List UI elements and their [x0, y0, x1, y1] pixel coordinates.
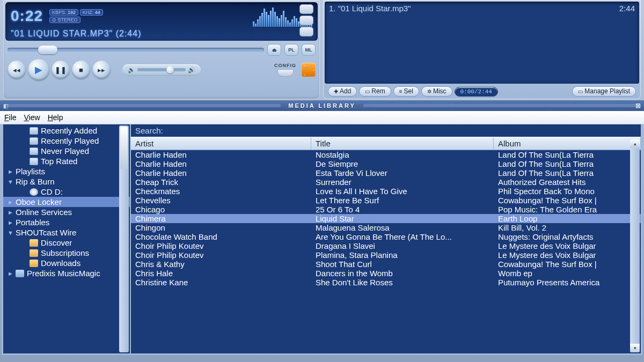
table-row[interactable]: ChingonMalaguena SalerosaKill Bill, Vol.… — [131, 223, 641, 232]
next-button[interactable]: ▸▸ — [92, 61, 111, 79]
track-panel: Search: Artist Title Album Charlie Haden… — [131, 124, 641, 353]
tree-node[interactable]: Discover — [3, 238, 130, 248]
menubar: File View Help — [0, 111, 644, 124]
table-row[interactable]: CheckmatesLove Is All I Have To GivePhil… — [131, 187, 641, 196]
previous-button[interactable]: ◂◂ — [8, 61, 26, 79]
table-row[interactable]: Chris & KathyShoot That CurlCowabunga! T… — [131, 260, 641, 269]
play-button[interactable]: ▶ — [28, 59, 49, 80]
eject-button[interactable]: ⏏ — [267, 44, 281, 56]
side-btn-2[interactable] — [299, 16, 313, 25]
cell-title: Dancers in the Womb — [311, 269, 494, 278]
tree-node[interactable]: Recently Added — [3, 125, 130, 136]
select-button[interactable]: ≡Sel — [393, 86, 419, 97]
winamp-logo-icon[interactable] — [302, 63, 316, 77]
list-scrollbar[interactable]: ▴ ▾ — [630, 139, 640, 352]
side-btn-3[interactable] — [299, 27, 313, 36]
table-row[interactable]: Choir Philip KoutevDragana I SlaveiLe My… — [131, 241, 641, 250]
playlist-toggle-button[interactable]: PL — [284, 44, 298, 56]
table-row[interactable]: Choir Philip KoutevPlamina, Stara Planin… — [131, 250, 641, 260]
misc-button[interactable]: ✲Misc — [421, 86, 452, 97]
track-table-body: Charlie HadenNostalgiaLand Of The Sun(La… — [131, 150, 641, 353]
tree-node[interactable]: ▼SHOUTcast Wire — [3, 227, 130, 238]
tree-node[interactable]: ►Oboe Locker — [3, 197, 130, 207]
close-icon[interactable]: ⊠ — [635, 102, 641, 109]
cell-artist: Chicago — [131, 205, 311, 214]
cell-album: Authorized Greatest Hits — [494, 178, 641, 187]
tree-node[interactable]: ►Online Services — [3, 207, 130, 217]
cell-title: Nostalgia — [311, 150, 494, 159]
cell-artist: Christine Kane — [131, 278, 311, 287]
cell-album: Land Of The Sun(La Tierra — [494, 168, 641, 178]
column-album[interactable]: Album — [494, 137, 641, 150]
table-row[interactable]: Chris HaleDancers in the WombWomb ep — [131, 269, 641, 278]
tree-node[interactable]: CD D: — [3, 187, 130, 197]
player-window: 0:22 KBPS: 192 KHZ: 44 ⊙ STEREO "01 LIQU… — [3, 0, 320, 99]
mute-icon[interactable]: 🔉 — [128, 67, 135, 73]
table-row[interactable]: ChimeraLiquid StarEarth Loop — [131, 214, 641, 223]
menu-file[interactable]: File — [4, 113, 17, 122]
cell-album: Pop Music: The Golden Era — [494, 205, 641, 214]
table-row[interactable]: ChevellesLet There Be SurfCowabunga! The… — [131, 196, 641, 205]
manage-playlist-button[interactable]: ▭Manage Playlist — [572, 86, 636, 97]
cell-album: Land Of The Sun(La Tierra — [494, 159, 641, 168]
volume-icon: 🔊 — [188, 67, 195, 73]
tree-scrollbar[interactable] — [119, 125, 129, 352]
tree-node[interactable]: Subscriptions — [3, 248, 130, 258]
cell-artist: Chris & Kathy — [131, 260, 311, 269]
cell-title: Surrender — [311, 178, 494, 187]
tree-arrow-icon: ► — [8, 270, 13, 277]
menu-view[interactable]: View — [24, 113, 40, 122]
disc-icon — [30, 188, 38, 196]
config-button[interactable]: CONFIG — [274, 63, 296, 77]
titlebar-left-icon[interactable]: ◧ — [3, 103, 8, 109]
cell-title: De Siempre — [311, 159, 494, 168]
tree-node[interactable]: ▼Rip & Burn — [3, 176, 130, 187]
remove-button[interactable]: ▭Rem — [359, 86, 391, 97]
doc-icon — [30, 158, 38, 165]
seek-bar[interactable] — [8, 48, 264, 52]
table-row[interactable]: Chicago25 Or 6 To 4Pop Music: The Golden… — [131, 205, 641, 214]
table-row[interactable]: Chocolate Watch BandAre You Gonna Be The… — [131, 232, 641, 241]
table-row[interactable]: Charlie HadenNostalgiaLand Of The Sun(La… — [131, 150, 641, 159]
tree-node[interactable]: ►Portables — [3, 217, 130, 227]
cell-title: Shoot That Curl — [311, 260, 494, 269]
cell-title: Let There Be Surf — [311, 196, 494, 205]
cell-artist: Cheap Trick — [131, 178, 311, 187]
elapsed-time[interactable]: 0:22 — [11, 8, 43, 25]
playlist-item[interactable]: 1. "01 Liquid Star.mp3" — [329, 4, 619, 82]
lcd-display: 0:22 KBPS: 192 KHZ: 44 ⊙ STEREO "01 LIQU… — [5, 2, 318, 41]
tree-node[interactable]: ►Playlists — [3, 166, 130, 176]
media-library-toggle-button[interactable]: ML — [302, 44, 316, 56]
scrollbar-thumb[interactable] — [120, 127, 128, 169]
scroll-down-button[interactable]: ▾ — [630, 344, 640, 352]
tree-label: Recently Played — [41, 136, 99, 145]
doc-icon — [30, 127, 38, 135]
column-artist[interactable]: Artist — [131, 137, 311, 150]
menu-help[interactable]: Help — [48, 113, 63, 122]
tree-node[interactable]: Downloads — [3, 258, 130, 268]
playlist-window: 1. "01 Liquid Star.mp3" 2:44 ✚Add ▭Rem ≡… — [323, 0, 641, 99]
add-button[interactable]: ✚Add — [328, 86, 357, 97]
table-row[interactable]: Charlie HadenEsta Tarde Vi LloverLand Of… — [131, 168, 641, 178]
tree-node[interactable]: Top Rated — [3, 156, 130, 166]
volume-slider[interactable] — [137, 68, 186, 71]
scroll-up-button[interactable]: ▴ — [630, 139, 640, 148]
playlist-list[interactable]: 1. "01 Liquid Star.mp3" 2:44 — [325, 2, 639, 84]
table-row[interactable]: Cheap TrickSurrenderAuthorized Greatest … — [131, 178, 641, 187]
table-row[interactable]: Charlie HadenDe SiempreLand Of The Sun(L… — [131, 159, 641, 168]
tree-node[interactable]: ►Predixis MusicMagic — [3, 268, 130, 278]
stop-button[interactable]: ■ — [72, 61, 90, 79]
media-library-titlebar[interactable]: ◧ MEDIA LIBRARY ⊠ — [0, 100, 644, 111]
cell-artist: Checkmates — [131, 187, 311, 196]
cell-album: Phil Spector Back To Mono — [494, 187, 641, 196]
side-btn-1[interactable] — [299, 4, 313, 14]
pause-button[interactable]: ❚❚ — [52, 61, 70, 79]
column-title[interactable]: Title — [311, 137, 494, 150]
song-title-display[interactable]: "01 LIQUID STAR.MP3" (2:44) — [11, 29, 312, 39]
table-row[interactable]: Christine KaneShe Don't Like RosesPutuma… — [131, 278, 641, 287]
tree-label: Subscriptions — [41, 248, 89, 257]
volume-thumb[interactable] — [166, 66, 174, 73]
seek-thumb[interactable] — [38, 46, 57, 54]
tree-node[interactable]: Recently Played — [3, 136, 130, 146]
tree-node[interactable]: Never Played — [3, 146, 130, 156]
